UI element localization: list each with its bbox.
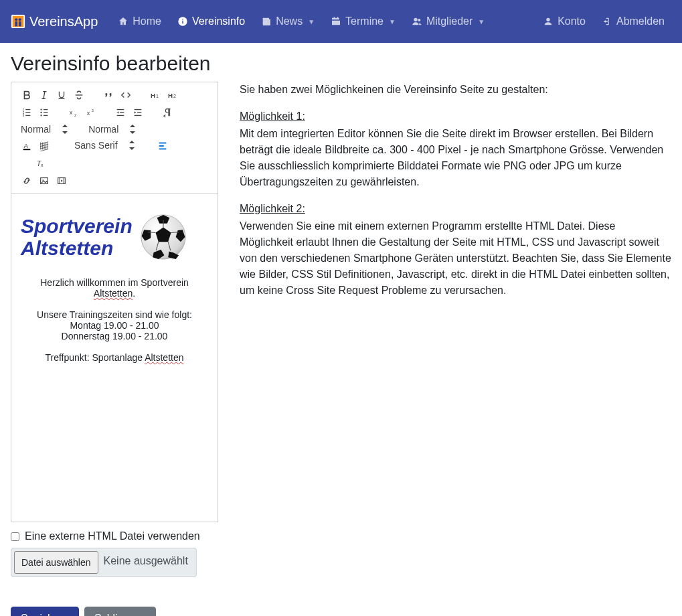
nav-konto-label: Konto <box>558 15 586 27</box>
svg-point-29 <box>40 114 41 116</box>
caret-down-icon: ▼ <box>389 18 396 25</box>
svg-text:A: A <box>24 142 29 149</box>
blockquote-button[interactable] <box>100 87 117 103</box>
nav-abmelden-label: Abmelden <box>616 15 665 27</box>
file-choose-button[interactable]: Datei auswählen <box>14 551 98 574</box>
svg-rect-1 <box>13 16 24 27</box>
navbar: VereinsApp Home Vereinsinfo News ▼ Termi… <box>0 0 682 43</box>
nav-vereinsinfo-label: Vereinsinfo <box>192 15 245 27</box>
training-line2: Donnerstag 19.00 - 21.00 <box>21 331 208 341</box>
nav-news-label: News <box>276 15 303 27</box>
header1-button[interactable]: H1 <box>147 87 164 103</box>
nav-abmelden[interactable]: Abmelden <box>595 10 671 33</box>
home-icon <box>118 16 129 27</box>
help-opt1-head: Möglichkeit 1: <box>240 108 671 125</box>
nav-konto[interactable]: Konto <box>536 10 592 33</box>
direction-button[interactable] <box>159 104 176 121</box>
svg-text:3: 3 <box>23 114 25 117</box>
ordered-list-button[interactable]: 123 <box>18 104 35 121</box>
meeting-text: Treffpunkt: Sportanlage Altstetten <box>21 352 208 363</box>
brand[interactable]: VereinsApp <box>11 14 98 29</box>
file-none-label: Keine ausgewählt <box>101 548 196 576</box>
brand-label: VereinsApp <box>29 14 98 29</box>
svg-text:H: H <box>151 92 155 99</box>
nav-termine[interactable]: Termine ▼ <box>324 10 402 33</box>
svg-text:x: x <box>70 109 73 116</box>
svg-text:2: 2 <box>92 108 94 112</box>
bullet-list-button[interactable] <box>35 104 53 121</box>
external-html-checkbox[interactable] <box>11 532 19 541</box>
svg-point-9 <box>414 18 417 21</box>
caret-down-icon: ▼ <box>308 18 315 25</box>
font-picker-label: Sans Serif <box>74 140 118 151</box>
club-title: Sportverein Altstetten <box>21 215 133 259</box>
external-html-label: Eine externe HTML Datei verwenden <box>25 530 200 542</box>
header-picker[interactable]: Normal <box>86 121 141 137</box>
video-button[interactable] <box>53 173 70 189</box>
users-icon <box>412 16 422 27</box>
svg-line-74 <box>171 232 179 233</box>
subscript-button[interactable]: x2 <box>65 104 82 121</box>
nav-mitglieder[interactable]: Mitglieder ▼ <box>405 10 491 33</box>
svg-point-28 <box>40 112 41 113</box>
svg-rect-4 <box>15 21 17 26</box>
editor-content[interactable]: Sportverein Altstetten <box>11 194 218 522</box>
user-icon <box>543 16 553 27</box>
superscript-button[interactable]: x2 <box>82 104 100 121</box>
help-opt1-body: Mit dem integrierten Editor können Sie d… <box>240 128 663 187</box>
chevron-updown-icon <box>60 124 71 135</box>
image-button[interactable] <box>35 173 53 189</box>
svg-point-2 <box>15 18 17 21</box>
underline-button[interactable] <box>53 87 70 103</box>
save-button[interactable]: Speichern <box>11 607 79 616</box>
help-opt2-head: Möglichkeit 2: <box>240 201 671 217</box>
help-text: Sie haben zwei Möglichkeinen die Vereins… <box>240 82 671 309</box>
calendar-icon <box>331 16 341 27</box>
italic-button[interactable] <box>35 87 53 103</box>
code-block-button[interactable] <box>117 87 135 103</box>
clear-format-button[interactable]: Tx <box>31 155 49 171</box>
svg-rect-8 <box>182 19 183 19</box>
svg-point-11 <box>546 18 549 21</box>
newspaper-icon <box>261 16 272 27</box>
file-picker[interactable]: Datei auswählen Keine ausgewählt <box>11 548 197 577</box>
nav-home-label: Home <box>133 15 161 27</box>
link-button[interactable] <box>18 173 35 189</box>
chevron-updown-icon <box>128 124 139 135</box>
chevron-updown-icon <box>127 140 138 151</box>
brand-logo-icon <box>11 14 25 29</box>
close-button[interactable]: Schliessen <box>84 607 156 616</box>
svg-text:1: 1 <box>156 94 159 99</box>
header2-button[interactable]: H2 <box>164 87 181 103</box>
outdent-button[interactable] <box>112 104 129 121</box>
background-color-button[interactable] <box>35 138 53 154</box>
svg-text:x: x <box>87 110 90 117</box>
align-picker[interactable] <box>154 138 171 154</box>
soccer-ball-icon <box>139 213 187 261</box>
info-icon <box>177 16 188 27</box>
svg-point-3 <box>19 18 21 21</box>
nav-right: Konto Abmelden <box>536 10 671 33</box>
bold-button[interactable] <box>18 87 35 103</box>
help-intro: Sie haben zwei Möglichkeinen die Vereins… <box>240 82 671 98</box>
svg-point-27 <box>40 108 41 110</box>
svg-text:H: H <box>168 92 173 99</box>
nav-left: Home Vereinsinfo News ▼ Termine ▼ Mitgli… <box>111 10 536 33</box>
club-title-line2: Altstetten <box>21 237 113 259</box>
svg-text:2: 2 <box>173 94 176 99</box>
nav-news[interactable]: News ▼ <box>254 10 321 33</box>
indent-button[interactable] <box>129 104 147 121</box>
text-color-button[interactable]: A <box>18 138 35 154</box>
nav-home[interactable]: Home <box>111 10 168 33</box>
svg-marker-64 <box>61 179 63 182</box>
svg-text:2: 2 <box>74 113 76 117</box>
svg-line-14 <box>44 92 45 99</box>
training-intro: Unsere Trainingszeiten sind wie folgt: <box>21 309 208 320</box>
font-picker[interactable]: Sans Serif <box>72 137 141 153</box>
editor: H1 H2 123 x2 x2 <box>11 82 218 522</box>
svg-line-73 <box>148 232 156 233</box>
nav-vereinsinfo[interactable]: Vereinsinfo <box>171 10 252 33</box>
size-picker[interactable]: Normal <box>18 121 74 137</box>
strike-button[interactable] <box>70 87 88 103</box>
svg-rect-7 <box>182 21 183 24</box>
